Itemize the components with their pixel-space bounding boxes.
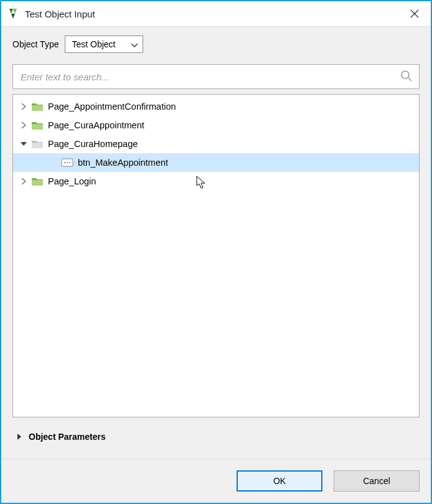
cancel-button[interactable]: Cancel xyxy=(334,470,420,492)
search-input[interactable] xyxy=(21,72,400,82)
tree-item-page-login[interactable]: Page_Login xyxy=(13,172,419,191)
tree-item-label: Page_Login xyxy=(48,176,96,186)
expander-icon[interactable] xyxy=(18,101,29,112)
folder-icon xyxy=(31,120,44,131)
expander-collapse-icon[interactable] xyxy=(18,138,29,150)
ok-button-label: OK xyxy=(273,476,286,486)
object-parameters-row[interactable]: Object Parameters xyxy=(12,429,420,450)
svg-marker-0 xyxy=(9,9,13,14)
tree-item-page-appointmentconfirmation[interactable]: Page_AppointmentConfirmation xyxy=(13,97,419,116)
expander-icon[interactable] xyxy=(14,431,25,442)
object-type-row: Object Type Test Object xyxy=(12,36,420,53)
tree-item-label: Page_CuraAppointment xyxy=(48,120,144,130)
tree-item-page-curaappointment[interactable]: Page_CuraAppointment xyxy=(13,116,419,135)
title-bar: Test Object Input xyxy=(1,1,431,27)
tree-panel[interactable]: Page_AppointmentConfirmation Page_CuraAp… xyxy=(12,94,420,417)
search-icon xyxy=(400,70,413,84)
close-button[interactable] xyxy=(403,5,426,22)
tree-item-btn-makeappointment[interactable]: btn_MakeAppointment xyxy=(13,153,419,172)
svg-marker-2 xyxy=(11,14,15,19)
app-icon xyxy=(7,7,20,20)
cancel-button-label: Cancel xyxy=(363,476,390,486)
expander-icon[interactable] xyxy=(18,120,29,131)
folder-icon xyxy=(31,101,44,112)
svg-marker-1 xyxy=(13,9,17,14)
dialog-footer: OK Cancel xyxy=(1,459,431,503)
expander-icon[interactable] xyxy=(18,176,29,187)
tree-item-label: btn_MakeAppointment xyxy=(78,158,168,168)
tree-item-label: Page_CuraHomepage xyxy=(48,139,138,149)
folder-open-icon xyxy=(31,138,44,150)
search-box[interactable] xyxy=(12,64,420,89)
object-icon xyxy=(60,157,74,168)
svg-point-3 xyxy=(401,71,409,78)
svg-point-7 xyxy=(67,162,68,163)
window-title: Test Object Input xyxy=(25,9,403,19)
tree-item-label: Page_AppointmentConfirmation xyxy=(48,102,176,112)
chevron-down-icon xyxy=(131,39,138,49)
svg-line-4 xyxy=(408,78,411,81)
folder-icon xyxy=(31,176,44,187)
svg-point-8 xyxy=(69,162,70,163)
tree-item-page-curahomepage[interactable]: Page_CuraHomepage xyxy=(13,135,419,153)
object-type-label: Object Type xyxy=(12,39,59,49)
object-parameters-label: Object Parameters xyxy=(29,432,106,442)
object-type-value: Test Object xyxy=(72,39,115,49)
ok-button[interactable]: OK xyxy=(237,470,322,492)
svg-point-6 xyxy=(64,162,65,163)
content-area: Object Type Test Object Page_Appointme xyxy=(1,27,431,459)
object-type-combo[interactable]: Test Object xyxy=(65,36,143,53)
